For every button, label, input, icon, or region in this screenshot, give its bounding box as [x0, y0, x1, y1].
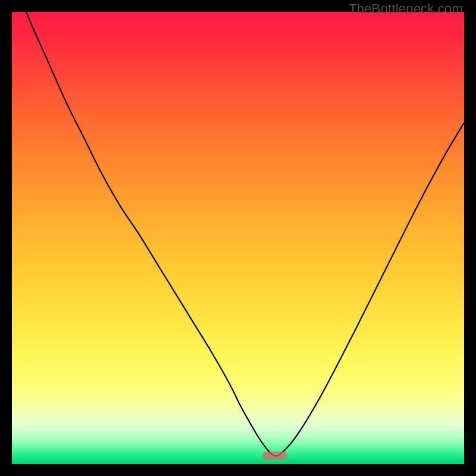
bottleneck-curve	[12, 12, 464, 456]
optimal-marker	[262, 452, 287, 460]
plot-area	[12, 12, 464, 464]
curve-layer	[12, 12, 464, 464]
watermark-label: TheBottleneck.com	[349, 1, 463, 17]
chart-frame: TheBottleneck.com	[0, 0, 476, 476]
